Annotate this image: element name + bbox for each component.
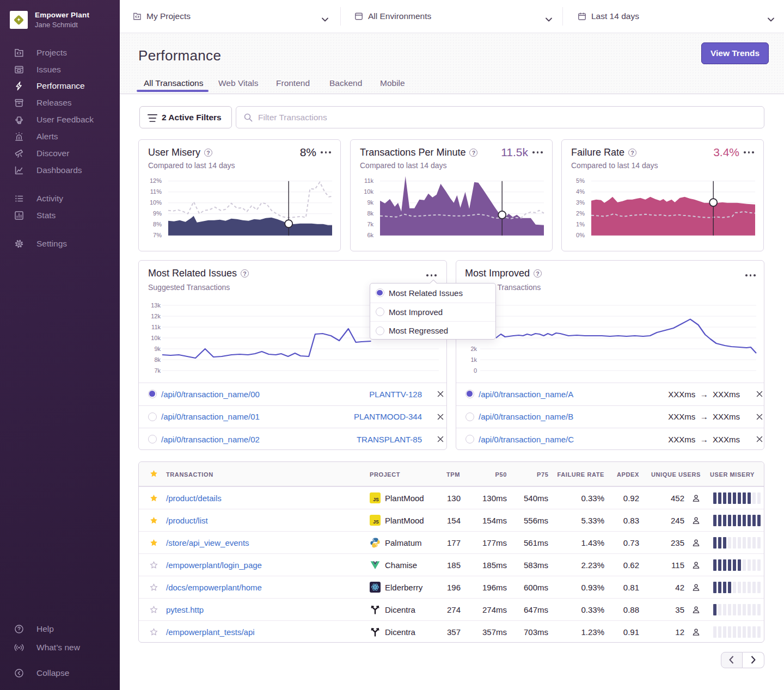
svg-text:7k: 7k (154, 367, 161, 374)
svg-text:1k: 1k (470, 356, 477, 363)
svg-text:7%: 7% (153, 232, 162, 238)
svg-text:12%: 12% (150, 177, 162, 184)
svg-text:8k: 8k (367, 210, 373, 217)
svg-text:11%: 11% (150, 188, 162, 195)
svg-text:JS: JS (373, 519, 379, 525)
svg-text:11k: 11k (364, 177, 373, 184)
svg-text:9%: 9% (153, 210, 162, 217)
svg-text:12k: 12k (151, 313, 161, 319)
svg-text:2%: 2% (576, 210, 585, 217)
svg-text:9k: 9k (154, 346, 161, 352)
svg-text:1%: 1% (576, 221, 585, 227)
svg-text:5%: 5% (576, 177, 585, 184)
svg-text:6k: 6k (367, 232, 373, 238)
svg-text:9k: 9k (367, 199, 373, 206)
svg-text:4%: 4% (576, 188, 585, 195)
svg-text:JS: JS (373, 497, 379, 502)
svg-text:13k: 13k (151, 302, 161, 309)
svg-text:10k: 10k (364, 188, 373, 195)
svg-text:8k: 8k (154, 356, 161, 363)
svg-text:0: 0 (474, 367, 477, 374)
svg-text:8%: 8% (153, 221, 162, 227)
svg-text:0%: 0% (576, 232, 585, 238)
svg-text:10%: 10% (150, 199, 162, 206)
svg-text:11k: 11k (151, 324, 161, 330)
svg-text:3%: 3% (576, 199, 585, 206)
svg-text:10k: 10k (151, 335, 161, 341)
svg-text:2k: 2k (470, 346, 477, 352)
svg-text:7k: 7k (367, 221, 373, 227)
